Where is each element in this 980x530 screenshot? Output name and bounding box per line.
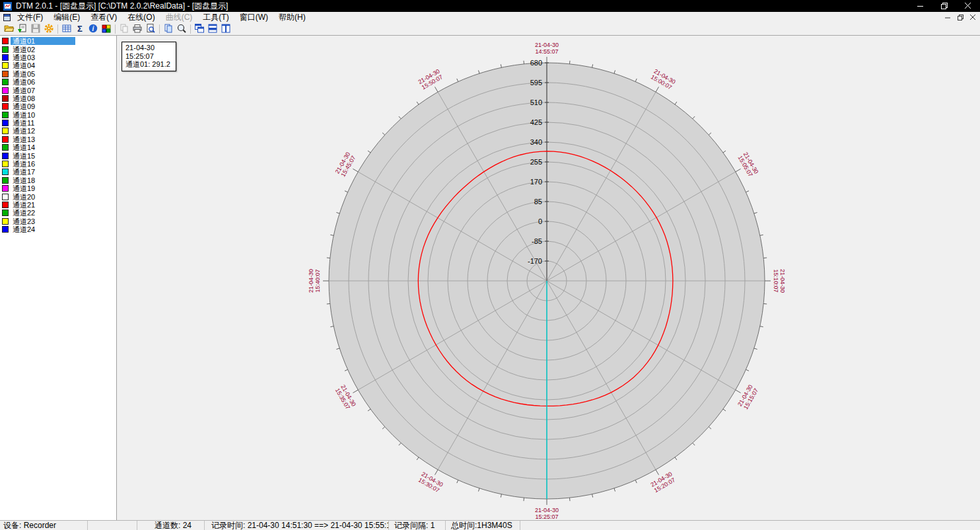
channel-label: 通道20	[11, 193, 75, 201]
channel-label: 通道22	[11, 209, 75, 217]
menu-item-1[interactable]: 编辑(E)	[48, 11, 85, 24]
tooltip-value: 通道01: 291.2	[125, 60, 170, 69]
channel-list-item-24[interactable]: 通道24	[0, 225, 116, 233]
channel-list-item-6[interactable]: 通道06	[0, 78, 116, 86]
child-close-icon	[970, 15, 976, 20]
svg-text:-170: -170	[528, 257, 542, 265]
channel-color-swatch	[2, 120, 9, 126]
channel-label: 通道09	[11, 102, 75, 110]
restore-button[interactable]	[932, 0, 956, 12]
close-button[interactable]	[956, 0, 980, 12]
channel-colors-button[interactable]	[100, 24, 113, 35]
open-file-button[interactable]	[3, 24, 16, 35]
app-icon	[3, 2, 12, 11]
svg-text:170: 170	[530, 178, 542, 186]
channel-label: 通道19	[11, 184, 75, 192]
menu-item-5[interactable]: 工具(T)	[197, 11, 234, 24]
svg-text:255: 255	[530, 158, 542, 166]
child-restore-button[interactable]	[955, 13, 966, 22]
print-icon	[132, 23, 143, 36]
channel-color-swatch	[2, 54, 9, 61]
print-preview-button[interactable]	[144, 24, 157, 35]
channel-list-item-16[interactable]: 通道16	[0, 160, 116, 168]
export-image-button[interactable]	[16, 24, 29, 35]
zoom-button[interactable]	[175, 24, 188, 35]
channel-list-item-10[interactable]: 通道10	[0, 111, 116, 119]
menu-item-6[interactable]: 窗口(W)	[234, 11, 273, 24]
menu-item-2[interactable]: 查看(V)	[85, 11, 122, 24]
chart-area[interactable]: 680595510425340255170850-85-17021-04-301…	[117, 36, 980, 520]
svg-text:15:25:07: 15:25:07	[535, 513, 558, 520]
channel-list-item-15[interactable]: 通道15	[0, 151, 116, 159]
status-field-1	[88, 521, 137, 530]
channel-list-item-20[interactable]: 通道20	[0, 192, 116, 200]
channel-list-item-2[interactable]: 通道02	[0, 45, 116, 53]
copy-page-icon	[163, 23, 174, 36]
tooltip-date: 21-04-30	[125, 44, 170, 52]
minimize-button[interactable]	[909, 0, 932, 12]
status-field-5: 总时间:1H3M40S	[446, 521, 520, 530]
cascade-windows-button[interactable]	[193, 24, 206, 35]
svg-text:85: 85	[534, 198, 542, 206]
channel-list-item-5[interactable]: 通道05	[0, 70, 116, 78]
channel-color-swatch	[2, 136, 9, 143]
info-button[interactable]: i	[87, 24, 100, 35]
print-button[interactable]	[131, 24, 144, 35]
data-table-button[interactable]	[60, 24, 73, 35]
menu-item-4[interactable]: 曲线(C)	[160, 11, 198, 24]
polar-chart-svg[interactable]: 680595510425340255170850-85-17021-04-301…	[117, 36, 979, 520]
menu-item-3[interactable]: 在线(O)	[122, 11, 160, 24]
channel-color-swatch	[2, 87, 9, 94]
channel-color-swatch	[2, 194, 9, 200]
channel-list-item-9[interactable]: 通道09	[0, 102, 116, 110]
channel-list-item-1[interactable]: 通道01	[0, 37, 116, 45]
toolbar-separator	[159, 24, 160, 34]
child-close-button[interactable]	[967, 13, 979, 22]
channel-list-item-3[interactable]: 通道03	[0, 54, 116, 61]
channel-list-item-19[interactable]: 通道19	[0, 184, 116, 192]
channel-color-swatch	[2, 177, 9, 184]
tooltip-time: 15:25:07	[125, 52, 170, 61]
channel-color-swatch	[2, 103, 9, 110]
svg-text:595: 595	[530, 79, 542, 87]
svg-text:425: 425	[530, 118, 542, 126]
window-title: DTM 2.0.1 - [圆盘显示] [C:\DTM 2.0.2\RealDat…	[16, 1, 909, 12]
menu-item-7[interactable]: 帮助(H)	[273, 11, 311, 24]
tile-horizontal-button[interactable]	[206, 24, 219, 35]
channel-list-item-8[interactable]: 通道08	[0, 95, 116, 102]
statistics-button[interactable]: Σ	[73, 24, 87, 35]
channel-list-item-14[interactable]: 通道14	[0, 143, 116, 151]
channel-color-swatch	[2, 161, 9, 167]
settings-button[interactable]	[42, 24, 55, 35]
copy-page-button[interactable]	[162, 24, 175, 35]
tile-vertical-button[interactable]	[219, 24, 232, 35]
mdi-child-icon[interactable]	[1, 13, 12, 22]
svg-text:15:10:07: 15:10:07	[773, 269, 779, 292]
status-field-4: 记录间隔: 1	[389, 521, 446, 530]
channel-label: 通道05	[11, 70, 75, 78]
channel-list-item-21[interactable]: 通道21	[0, 201, 116, 209]
toolbar: Σi	[0, 23, 980, 36]
child-minimize-button[interactable]	[942, 13, 954, 22]
menu-item-0[interactable]: 文件(F)	[12, 11, 48, 24]
tile-vertical-icon	[221, 23, 231, 36]
channel-list-item-13[interactable]: 通道13	[0, 135, 116, 143]
channel-list-item-11[interactable]: 通道11	[0, 119, 116, 127]
open-file-icon	[4, 23, 15, 36]
zoom-icon	[176, 23, 187, 36]
channel-list-item-7[interactable]: 通道07	[0, 86, 116, 94]
application-window: DTM 2.0.1 - [圆盘显示] [C:\DTM 2.0.2\RealDat…	[0, 0, 980, 530]
channel-list-item-23[interactable]: 通道23	[0, 217, 116, 225]
channel-label: 通道18	[11, 176, 75, 184]
copy-button[interactable]	[118, 24, 131, 35]
channel-list-item-12[interactable]: 通道12	[0, 127, 116, 135]
channel-list-item-22[interactable]: 通道22	[0, 209, 116, 217]
channel-list-item-18[interactable]: 通道18	[0, 176, 116, 184]
channel-list-item-4[interactable]: 通道04	[0, 61, 116, 69]
save-button[interactable]	[29, 24, 42, 35]
channel-list-item-17[interactable]: 通道17	[0, 168, 116, 176]
channel-label: 通道04	[11, 61, 75, 69]
settings-icon	[44, 23, 54, 36]
channel-label: 通道07	[11, 87, 75, 95]
channel-color-swatch	[2, 202, 9, 208]
